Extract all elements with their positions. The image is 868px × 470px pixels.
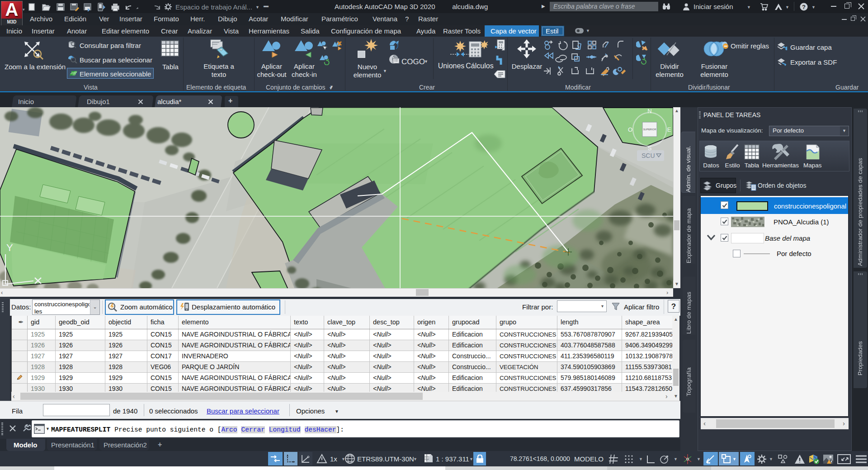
svg-text:?: ? [802,4,806,10]
svg-text:SUPERIOR: SUPERIOR [643,128,656,131]
svg-text:N: N [647,108,651,114]
svg-text:Y: Y [6,242,13,253]
svg-text:E: E [667,126,671,133]
svg-text:SCU: SCU [642,152,655,159]
svg-text:O: O [628,126,632,133]
